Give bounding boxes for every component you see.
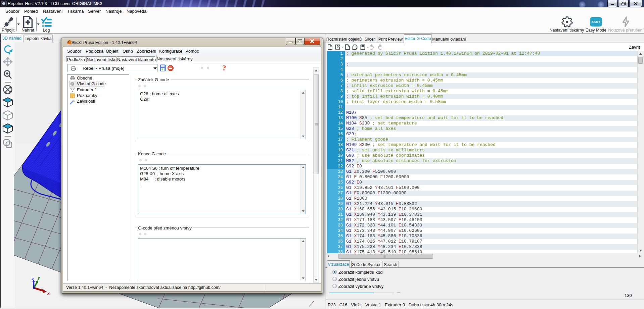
svg-text:y: y (37, 275, 40, 280)
svg-text:x: x (47, 291, 50, 296)
svg-text:z: z (31, 276, 34, 281)
